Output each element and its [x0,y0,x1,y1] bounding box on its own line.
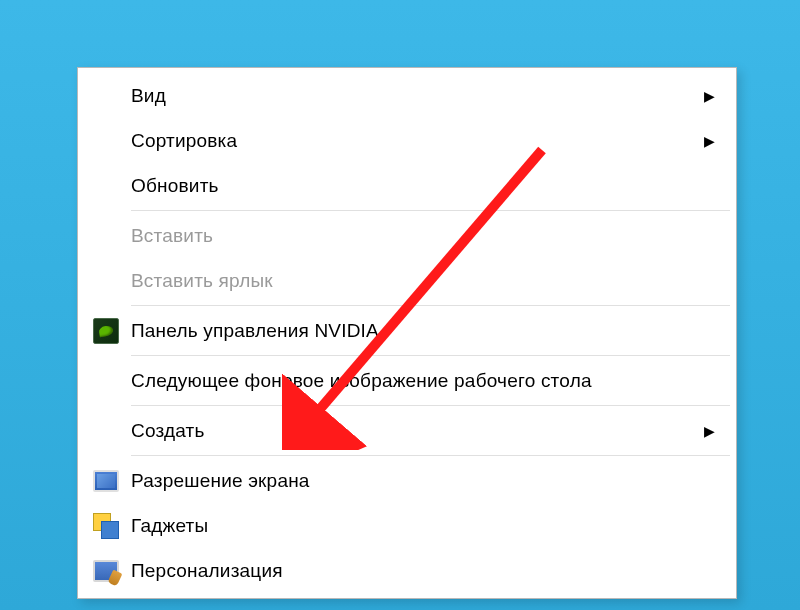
icon-slot-empty [81,213,131,258]
menu-item-paste-shortcut: Вставить ярлык [81,258,733,303]
menu-label-new: Создать [131,420,704,442]
menu-label-personalize: Персонализация [131,560,733,582]
submenu-arrow-icon: ▶ [704,88,733,104]
icon-slot-empty [81,163,131,208]
gadgets-icon [93,513,119,539]
icon-slot-empty [81,358,131,403]
submenu-arrow-icon: ▶ [704,423,733,439]
menu-separator [131,355,730,356]
icon-slot-empty [81,408,131,453]
menu-label-resolution: Разрешение экрана [131,470,733,492]
menu-separator [131,405,730,406]
personalize-icon [93,560,119,582]
menu-label-paste-shortcut: Вставить ярлык [131,270,733,292]
menu-item-refresh[interactable]: Обновить [81,163,733,208]
menu-item-view[interactable]: Вид ▶ [81,73,733,118]
icon-slot [81,308,131,353]
icon-slot-empty [81,118,131,163]
screen-resolution-icon [93,470,119,492]
icon-slot [81,503,131,548]
icon-slot-empty [81,73,131,118]
menu-label-gadgets: Гаджеты [131,515,733,537]
menu-separator [131,210,730,211]
menu-label-view: Вид [131,85,704,107]
icon-slot [81,548,131,593]
nvidia-icon [93,318,119,344]
menu-item-next-wallpaper[interactable]: Следующее фоновое изображение рабочего с… [81,358,733,403]
menu-item-new[interactable]: Создать ▶ [81,408,733,453]
menu-label-nvidia: Панель управления NVIDIA [131,320,733,342]
menu-item-sort[interactable]: Сортировка ▶ [81,118,733,163]
menu-label-next-wallpaper: Следующее фоновое изображение рабочего с… [131,370,733,392]
menu-item-nvidia[interactable]: Панель управления NVIDIA [81,308,733,353]
menu-label-paste: Вставить [131,225,733,247]
icon-slot [81,458,131,503]
menu-label-refresh: Обновить [131,175,733,197]
desktop-context-menu: Вид ▶ Сортировка ▶ Обновить Вставить Вст… [77,67,737,599]
menu-separator [131,455,730,456]
menu-item-paste: Вставить [81,213,733,258]
submenu-arrow-icon: ▶ [704,133,733,149]
menu-item-gadgets[interactable]: Гаджеты [81,503,733,548]
menu-separator [131,305,730,306]
menu-item-personalize[interactable]: Персонализация [81,548,733,593]
menu-item-resolution[interactable]: Разрешение экрана [81,458,733,503]
icon-slot-empty [81,258,131,303]
menu-label-sort: Сортировка [131,130,704,152]
